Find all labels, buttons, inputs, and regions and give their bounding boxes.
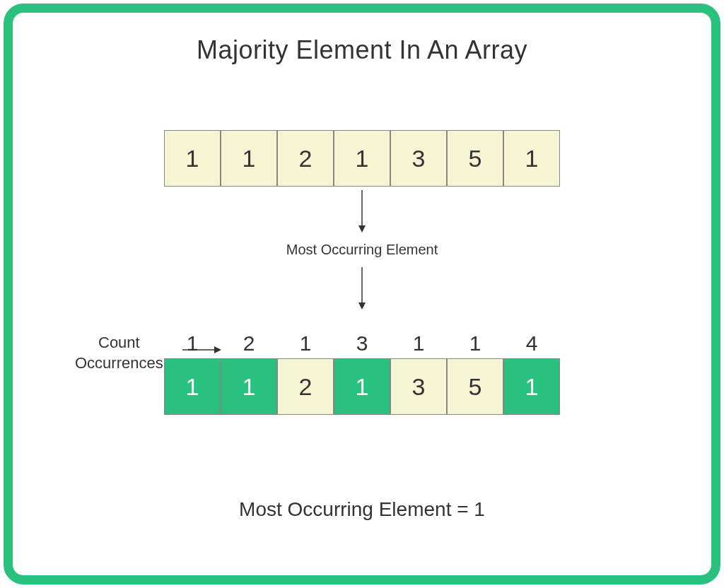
count-occurrences-label: Count Occurrences <box>75 333 163 373</box>
arrow-right-icon <box>181 343 223 357</box>
page-title: Majority Element In An Array <box>13 35 711 65</box>
array-cell: 5 <box>447 358 503 415</box>
array-cell: 3 <box>390 358 447 415</box>
arrow-label: Most Occurring Element <box>13 242 711 258</box>
array-cell: 1 <box>503 358 560 415</box>
count-and-array-block: 1213114 1121351 <box>164 329 560 415</box>
counts-row: 1213114 <box>164 329 560 358</box>
arrow-section: Most Occurring Element <box>13 187 711 313</box>
count-section: Count Occurrences 1213114 1121351 <box>13 329 711 415</box>
svg-marker-1 <box>358 225 366 233</box>
array-cell: 1 <box>334 358 390 415</box>
input-array: 1121351 <box>13 130 711 187</box>
array-cell: 2 <box>277 358 334 415</box>
array-cell: 1 <box>164 358 221 415</box>
count-value: 3 <box>334 329 390 358</box>
count-value: 1 <box>447 329 503 358</box>
result-text: Most Occurring Element = 1 <box>13 498 711 521</box>
svg-marker-5 <box>214 346 221 353</box>
count-value: 1 <box>277 329 334 358</box>
arrow-down-icon <box>355 264 369 313</box>
array-cell: 1 <box>221 358 277 415</box>
result-array: 1121351 <box>164 358 560 415</box>
svg-marker-3 <box>358 302 366 310</box>
count-value: 1 <box>390 329 447 358</box>
array-cell: 1 <box>334 130 390 187</box>
array-cell: 1 <box>503 130 560 187</box>
diagram-frame: Majority Element In An Array 1121351 Mos… <box>4 4 720 584</box>
array-cell: 2 <box>277 130 334 187</box>
count-value: 4 <box>503 329 560 358</box>
count-value: 2 <box>221 329 277 358</box>
array-cell: 5 <box>447 130 503 187</box>
array-cell: 1 <box>221 130 277 187</box>
array-cell: 1 <box>164 130 221 187</box>
array-cell: 3 <box>390 130 447 187</box>
arrow-down-icon <box>355 187 369 236</box>
